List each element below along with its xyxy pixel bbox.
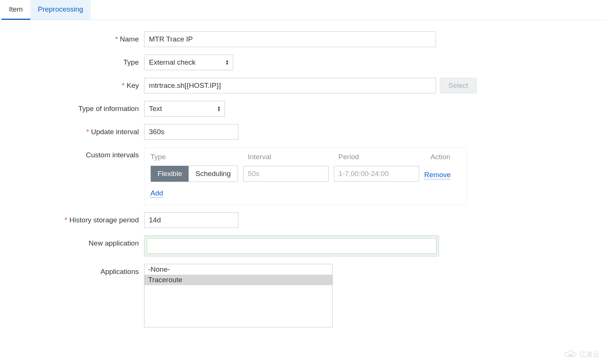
flexible-toggle[interactable]: Flexible <box>151 166 189 182</box>
custom-header-period: Period <box>338 153 430 161</box>
custom-period-input[interactable] <box>334 166 419 182</box>
label-custom-intervals: Custom intervals <box>0 147 144 159</box>
tab-preprocessing[interactable]: Preprocessing <box>30 0 91 20</box>
label-update-interval: Update interval <box>0 124 144 136</box>
tabs-bar: Item Preprocessing <box>0 0 607 20</box>
label-applications: Applications <box>0 264 144 276</box>
custom-header-interval: Interval <box>248 153 338 161</box>
scheduling-toggle[interactable]: Scheduling <box>189 166 237 182</box>
label-name: Name <box>0 31 144 43</box>
history-storage-period-input[interactable] <box>144 212 238 228</box>
label-history-storage-period: History storage period <box>0 212 144 224</box>
select-button[interactable]: Select <box>440 78 477 93</box>
applications-listbox[interactable]: -None- Traceroute <box>144 264 333 327</box>
type-select-value: External check <box>149 58 196 67</box>
custom-intervals-box: Type Interval Period Action Flexible Sch… <box>144 147 467 205</box>
new-application-input[interactable] <box>147 238 436 254</box>
label-key: Key <box>0 78 144 90</box>
custom-header-type: Type <box>150 153 248 161</box>
type-of-information-select[interactable]: Text ▲▼ <box>144 101 225 117</box>
custom-header-action: Action <box>431 153 460 161</box>
label-type-of-information: Type of information <box>0 101 144 113</box>
chevron-sort-icon: ▲▼ <box>225 59 229 65</box>
remove-link[interactable]: Remove <box>424 171 451 179</box>
new-application-highlight <box>144 235 439 256</box>
list-item[interactable]: Traceroute <box>144 275 332 285</box>
custom-interval-input[interactable] <box>243 166 329 182</box>
interval-type-toggle: Flexible Scheduling <box>150 166 238 182</box>
chevron-sort-icon: ▲▼ <box>217 106 221 112</box>
key-input[interactable] <box>144 78 436 93</box>
type-of-information-value: Text <box>149 105 162 113</box>
item-form: Name Type External check ▲▼ Key Select T… <box>0 31 607 327</box>
tab-item[interactable]: Item <box>1 0 30 20</box>
list-item[interactable]: -None- <box>144 264 332 275</box>
update-interval-input[interactable] <box>144 124 238 140</box>
label-new-application: New application <box>0 235 144 247</box>
label-type: Type <box>0 55 144 67</box>
add-link[interactable]: Add <box>150 189 163 198</box>
name-input[interactable] <box>144 31 436 47</box>
type-select[interactable]: External check ▲▼ <box>144 55 233 70</box>
